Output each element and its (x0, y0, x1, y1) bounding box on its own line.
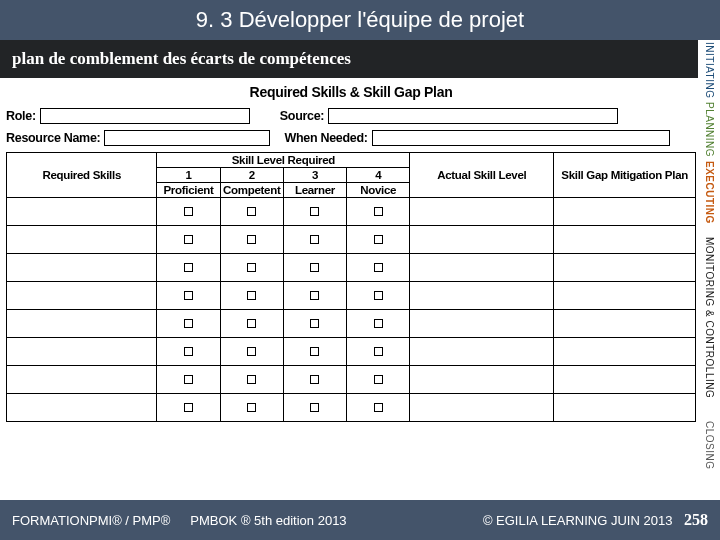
checkbox-icon[interactable] (374, 207, 383, 216)
th-required-skills: Required Skills (7, 153, 157, 198)
checkbox-icon[interactable] (247, 207, 256, 216)
required-skill-cell[interactable] (7, 310, 157, 338)
checkbox-icon[interactable] (247, 375, 256, 384)
actual-skill-cell[interactable] (410, 226, 554, 254)
skill-level-checkbox-cell[interactable] (347, 198, 410, 226)
skill-level-checkbox-cell[interactable] (347, 254, 410, 282)
mitigation-plan-cell[interactable] (554, 198, 696, 226)
checkbox-icon[interactable] (184, 263, 193, 272)
checkbox-icon[interactable] (247, 347, 256, 356)
footer-formation: FORMATIONPMI® / PMP® (12, 513, 170, 528)
checkbox-icon[interactable] (310, 207, 319, 216)
checkbox-icon[interactable] (247, 291, 256, 300)
role-label: Role: (6, 109, 36, 123)
required-skill-cell[interactable] (7, 198, 157, 226)
checkbox-icon[interactable] (184, 207, 193, 216)
skill-level-checkbox-cell[interactable] (283, 394, 346, 422)
checkbox-icon[interactable] (310, 347, 319, 356)
skill-level-checkbox-cell[interactable] (283, 254, 346, 282)
skill-level-checkbox-cell[interactable] (283, 198, 346, 226)
mitigation-plan-cell[interactable] (554, 254, 696, 282)
skill-level-checkbox-cell[interactable] (283, 338, 346, 366)
skill-level-checkbox-cell[interactable] (220, 366, 283, 394)
checkbox-icon[interactable] (310, 235, 319, 244)
skill-level-checkbox-cell[interactable] (157, 198, 220, 226)
skill-level-checkbox-cell[interactable] (283, 226, 346, 254)
skill-level-checkbox-cell[interactable] (283, 282, 346, 310)
checkbox-icon[interactable] (184, 347, 193, 356)
checkbox-icon[interactable] (184, 375, 193, 384)
mitigation-plan-cell[interactable] (554, 338, 696, 366)
skill-level-checkbox-cell[interactable] (347, 310, 410, 338)
checkbox-icon[interactable] (184, 319, 193, 328)
required-skill-cell[interactable] (7, 254, 157, 282)
skill-level-checkbox-cell[interactable] (283, 366, 346, 394)
required-skill-cell[interactable] (7, 282, 157, 310)
mitigation-plan-cell[interactable] (554, 282, 696, 310)
actual-skill-cell[interactable] (410, 394, 554, 422)
role-input[interactable] (40, 108, 250, 124)
th-level-4: 4 (347, 168, 410, 183)
skill-level-checkbox-cell[interactable] (157, 254, 220, 282)
tab-closing: CLOSING (698, 410, 720, 480)
resource-name-label: Resource Name: (6, 131, 100, 145)
footer-copyright: © EGILIA LEARNING JUIN 2013 (483, 513, 672, 528)
checkbox-icon[interactable] (310, 263, 319, 272)
checkbox-icon[interactable] (310, 375, 319, 384)
checkbox-icon[interactable] (247, 403, 256, 412)
skill-level-checkbox-cell[interactable] (347, 394, 410, 422)
skill-level-checkbox-cell[interactable] (220, 198, 283, 226)
actual-skill-cell[interactable] (410, 198, 554, 226)
skill-level-checkbox-cell[interactable] (157, 366, 220, 394)
skill-level-checkbox-cell[interactable] (283, 310, 346, 338)
table-row (7, 254, 696, 282)
actual-skill-cell[interactable] (410, 366, 554, 394)
checkbox-icon[interactable] (374, 403, 383, 412)
skill-level-checkbox-cell[interactable] (220, 282, 283, 310)
checkbox-icon[interactable] (374, 235, 383, 244)
checkbox-icon[interactable] (374, 291, 383, 300)
actual-skill-cell[interactable] (410, 310, 554, 338)
checkbox-icon[interactable] (310, 291, 319, 300)
skill-level-checkbox-cell[interactable] (157, 282, 220, 310)
mitigation-plan-cell[interactable] (554, 310, 696, 338)
mitigation-plan-cell[interactable] (554, 394, 696, 422)
mitigation-plan-cell[interactable] (554, 366, 696, 394)
required-skill-cell[interactable] (7, 338, 157, 366)
actual-skill-cell[interactable] (410, 338, 554, 366)
skill-level-checkbox-cell[interactable] (220, 394, 283, 422)
skill-level-checkbox-cell[interactable] (220, 338, 283, 366)
when-needed-input[interactable] (372, 130, 670, 146)
skill-level-checkbox-cell[interactable] (157, 394, 220, 422)
skill-level-checkbox-cell[interactable] (220, 310, 283, 338)
skill-level-checkbox-cell[interactable] (157, 338, 220, 366)
mitigation-plan-cell[interactable] (554, 226, 696, 254)
skill-level-checkbox-cell[interactable] (157, 226, 220, 254)
required-skill-cell[interactable] (7, 366, 157, 394)
skill-level-checkbox-cell[interactable] (347, 226, 410, 254)
skill-level-checkbox-cell[interactable] (347, 282, 410, 310)
skill-level-checkbox-cell[interactable] (347, 338, 410, 366)
resource-name-input[interactable] (104, 130, 270, 146)
checkbox-icon[interactable] (247, 235, 256, 244)
skill-level-checkbox-cell[interactable] (347, 366, 410, 394)
checkbox-icon[interactable] (374, 347, 383, 356)
checkbox-icon[interactable] (374, 375, 383, 384)
checkbox-icon[interactable] (184, 403, 193, 412)
source-input[interactable] (328, 108, 618, 124)
required-skill-cell[interactable] (7, 226, 157, 254)
actual-skill-cell[interactable] (410, 282, 554, 310)
checkbox-icon[interactable] (310, 403, 319, 412)
skill-level-checkbox-cell[interactable] (157, 310, 220, 338)
checkbox-icon[interactable] (247, 263, 256, 272)
checkbox-icon[interactable] (247, 319, 256, 328)
skill-level-checkbox-cell[interactable] (220, 254, 283, 282)
checkbox-icon[interactable] (374, 319, 383, 328)
checkbox-icon[interactable] (184, 235, 193, 244)
required-skill-cell[interactable] (7, 394, 157, 422)
skill-level-checkbox-cell[interactable] (220, 226, 283, 254)
checkbox-icon[interactable] (374, 263, 383, 272)
checkbox-icon[interactable] (310, 319, 319, 328)
actual-skill-cell[interactable] (410, 254, 554, 282)
checkbox-icon[interactable] (184, 291, 193, 300)
